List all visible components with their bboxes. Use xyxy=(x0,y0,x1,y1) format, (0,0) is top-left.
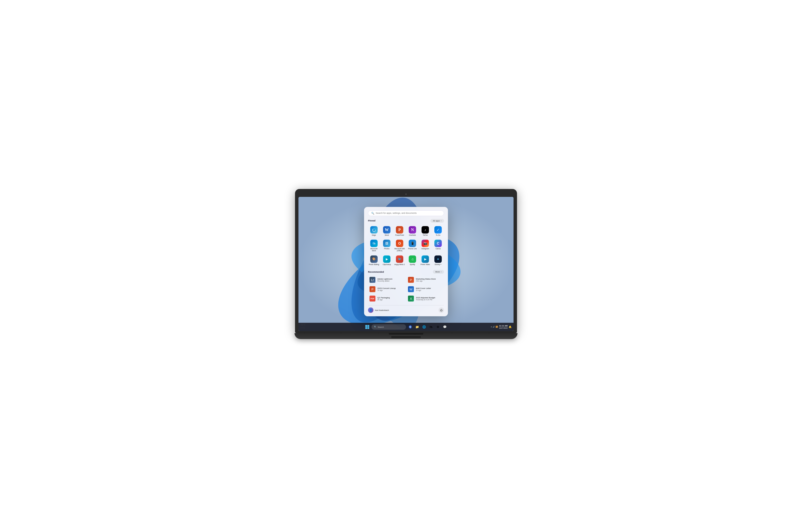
taskbar-file-explorer[interactable]: 📁 xyxy=(415,324,420,330)
start-search-bar[interactable]: 🔍 xyxy=(368,210,444,216)
word-icon: W xyxy=(383,226,390,233)
tiktok-label: TikTok xyxy=(423,234,428,236)
angrybirds-label: Angry Birds 2 xyxy=(394,263,405,265)
recommended-header: Recommended More › xyxy=(368,270,444,274)
rec-mkt-deck[interactable]: P Marketing Status Deck 23m ago xyxy=(406,276,444,284)
edge-label: Edge xyxy=(372,234,376,236)
disneyplus-label: Disney + xyxy=(435,263,441,265)
tiktok-icon: ♪ xyxy=(422,226,429,233)
photoediting-label: Photo Editing xyxy=(369,263,379,265)
app-m365[interactable]: O Microsoft 365 (Office) xyxy=(394,238,406,253)
taskbar-center: 🔍 Search 🧿 📁 🌐 🛍 xyxy=(365,324,447,330)
cover-letter-icon: W xyxy=(408,286,414,292)
canva-icon: C xyxy=(434,240,442,247)
taskbar-store[interactable]: 🛍 xyxy=(428,324,434,330)
msstore-icon: 🛍 xyxy=(370,240,378,247)
laptop-lid: 78°F Sunny 🔍 Pinned All apps › xyxy=(295,189,517,333)
taskbar-teams[interactable]: 💬 xyxy=(442,324,447,330)
spotify-icon: ♫ xyxy=(409,255,416,263)
rec-cover-letter[interactable]: W Msft Cover Letter 2h ago xyxy=(406,285,444,293)
user-info[interactable]: 👤 Karl Kadenbach xyxy=(368,307,389,313)
onenote-label: OneNote xyxy=(409,234,416,236)
app-photoediting[interactable]: 🎨 Photo Editing xyxy=(368,254,380,266)
app-powerpoint[interactable]: P PowerPoint xyxy=(394,224,406,237)
app-canva[interactable]: C Canva xyxy=(432,238,444,253)
app-tiktok[interactable]: ♪ TikTok xyxy=(419,224,431,237)
chevron-right-icon: › xyxy=(441,220,441,222)
app-phonelink[interactable]: 📱 Phone Link xyxy=(406,238,418,253)
app-onenote[interactable]: N OneNote xyxy=(406,224,418,237)
webcam-bar xyxy=(299,193,513,196)
m365-label: Microsoft 365 (Office) xyxy=(394,248,405,252)
app-edge[interactable]: Edge xyxy=(368,224,380,237)
laptop-hinge xyxy=(389,333,423,335)
taskbar-right: ∧ 🔊 📶 11:11 AM 10/27/2023 🔔 xyxy=(491,325,512,329)
onenote-icon: N xyxy=(409,226,416,233)
app-angrybirds[interactable]: 🐦 Angry Birds 2 xyxy=(394,254,406,266)
canva-label: Canva xyxy=(436,248,440,250)
edge-icon xyxy=(370,226,378,233)
taskbar-system-tray: ∧ 🔊 📶 xyxy=(491,326,498,328)
chevron-right-icon: › xyxy=(441,271,441,273)
mkt-deck-icon: P xyxy=(408,277,414,283)
webcam-dot xyxy=(405,193,407,195)
clipchamp-label: Clipchamp xyxy=(382,263,391,265)
start-search-input[interactable] xyxy=(376,212,441,214)
taskbar: 🔍 Search 🧿 📁 🌐 🛍 xyxy=(299,323,513,331)
rec-budget[interactable]: X 2023 Adjusted Budget Yesterday at 4:24… xyxy=(406,295,444,303)
app-spotify[interactable]: ♫ Spotify xyxy=(406,254,418,266)
start-footer: 👤 Karl Kadenbach ⏻ xyxy=(368,305,444,313)
all-apps-button[interactable]: All apps › xyxy=(431,219,444,223)
instagram-label: Instagram xyxy=(421,248,429,250)
budget-icon: X xyxy=(408,296,414,302)
phonelink-icon: 📱 xyxy=(409,240,416,247)
rec-budget-info: 2023 Adjusted Budget Yesterday at 4:24 P… xyxy=(416,297,443,301)
search-icon: 🔍 xyxy=(371,212,374,214)
concert-icon: P xyxy=(369,286,375,292)
taskbar-edge[interactable]: 🌐 xyxy=(421,324,427,330)
taskbar-settings[interactable]: ⚙ xyxy=(435,324,440,330)
photos-label: Photos xyxy=(384,248,390,250)
app-instagram[interactable]: 📷 Instagram xyxy=(419,238,431,253)
app-primevideo[interactable]: ▶ Prime Video xyxy=(419,254,431,266)
app-word[interactable]: W Word xyxy=(381,224,393,237)
powerpoint-icon: P xyxy=(396,226,403,233)
spotify-label: Spotify xyxy=(410,263,415,265)
app-clipchamp[interactable]: ▶ Clipchamp xyxy=(381,254,393,266)
todo-icon: ✓ xyxy=(434,226,442,233)
recommended-section: Recommended More › Lr Adobe Lightroom Re… xyxy=(368,270,444,303)
rec-lightroom-info: Adobe Lightroom Recently added xyxy=(377,278,404,282)
taskbar-search-icon: 🔍 xyxy=(374,326,377,328)
app-msstore[interactable]: 🛍 Microsoft Store xyxy=(368,238,380,253)
rec-q1pack-info: Q1 Packaging 4h ago xyxy=(377,297,404,301)
notification-bell[interactable]: 🔔 xyxy=(509,326,511,328)
rec-q1pack[interactable]: PDF Q1 Packaging 4h ago xyxy=(368,295,406,303)
power-button[interactable]: ⏻ xyxy=(438,307,444,313)
rec-lightroom[interactable]: Lr Adobe Lightroom Recently added xyxy=(368,276,406,284)
todo-label: To Do xyxy=(436,234,440,236)
time-block[interactable]: 11:11 AM 10/27/2023 xyxy=(499,325,508,329)
app-disneyplus[interactable]: ✦ Disney + xyxy=(432,254,444,266)
primevideo-icon: ▶ xyxy=(422,255,429,263)
rec-cover-letter-info: Msft Cover Letter 2h ago xyxy=(416,287,443,291)
clipchamp-icon: ▶ xyxy=(383,255,390,263)
rec-concert[interactable]: P 2023 Concert Lineup 1h ago xyxy=(368,285,406,293)
user-name: Karl Kadenbach xyxy=(375,309,389,311)
clock-date: 10/27/2023 xyxy=(499,327,508,329)
app-todo[interactable]: ✓ To Do xyxy=(432,224,444,237)
msstore-label: Microsoft Store xyxy=(368,248,379,252)
recommended-grid: Lr Adobe Lightroom Recently added P Mark… xyxy=(368,276,444,303)
start-menu: 🔍 Pinned All apps › xyxy=(364,207,448,316)
rec-concert-info: 2023 Concert Lineup 1h ago xyxy=(377,287,404,291)
lightroom-icon: Lr xyxy=(369,277,375,283)
more-button[interactable]: More › xyxy=(433,270,444,274)
m365-icon: O xyxy=(396,240,403,247)
windows-logo xyxy=(365,325,369,329)
primevideo-label: Prime Video xyxy=(421,263,430,265)
app-photos[interactable]: 🖼 Photos xyxy=(381,238,393,253)
rec-mkt-deck-info: Marketing Status Deck 23m ago xyxy=(416,278,443,282)
start-button[interactable] xyxy=(365,324,370,330)
recommended-title: Recommended xyxy=(368,271,384,273)
taskbar-search[interactable]: 🔍 Search xyxy=(372,324,406,330)
taskbar-copilot[interactable]: 🧿 xyxy=(407,324,413,330)
